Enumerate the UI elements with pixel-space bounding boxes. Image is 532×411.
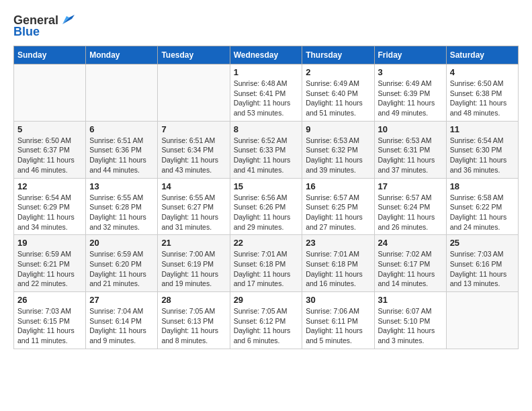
day-cell: 20Sunrise: 6:59 AMSunset: 6:20 PMDayligh… [86,235,158,292]
day-cell: 11Sunrise: 6:54 AMSunset: 6:30 PMDayligh… [446,121,518,178]
day-info: Sunrise: 6:50 AMSunset: 6:38 PMDaylight:… [450,79,515,118]
day-cell: 14Sunrise: 6:55 AMSunset: 6:27 PMDayligh… [158,178,230,235]
calendar-table: SundayMondayTuesdayWednesdayThursdayFrid… [13,46,519,349]
day-info: Sunrise: 6:55 AMSunset: 6:28 PMDaylight:… [89,193,154,232]
day-cell [446,292,518,349]
weekday-header-friday: Friday [374,46,446,64]
weekday-header-sunday: Sunday [14,46,86,64]
day-number: 17 [378,181,443,191]
day-number: 3 [378,67,443,77]
day-cell: 16Sunrise: 6:57 AMSunset: 6:25 PMDayligh… [302,178,374,235]
day-number: 2 [306,67,370,77]
day-cell: 23Sunrise: 7:01 AMSunset: 6:18 PMDayligh… [302,235,374,292]
day-info: Sunrise: 6:57 AMSunset: 6:25 PMDaylight:… [306,193,370,232]
day-cell: 4Sunrise: 6:50 AMSunset: 6:38 PMDaylight… [446,64,518,122]
day-cell: 9Sunrise: 6:53 AMSunset: 6:32 PMDaylight… [302,121,374,178]
day-cell: 24Sunrise: 7:02 AMSunset: 6:17 PMDayligh… [374,235,446,292]
week-row-5: 26Sunrise: 7:03 AMSunset: 6:15 PMDayligh… [14,292,519,349]
day-cell: 28Sunrise: 7:05 AMSunset: 6:13 PMDayligh… [158,292,230,349]
day-cell: 10Sunrise: 6:53 AMSunset: 6:31 PMDayligh… [374,121,446,178]
day-number: 13 [89,181,154,191]
day-number: 20 [89,238,154,248]
day-info: Sunrise: 7:06 AMSunset: 6:11 PMDaylight:… [306,306,370,346]
day-info: Sunrise: 6:59 AMSunset: 6:21 PMDaylight:… [17,249,82,289]
day-number: 7 [161,124,226,134]
day-info: Sunrise: 6:58 AMSunset: 6:22 PMDaylight:… [450,193,515,232]
day-info: Sunrise: 7:03 AMSunset: 6:16 PMDaylight:… [450,249,515,289]
day-number: 24 [378,238,443,248]
day-info: Sunrise: 7:02 AMSunset: 6:17 PMDaylight:… [378,249,443,289]
day-cell: 27Sunrise: 7:04 AMSunset: 6:14 PMDayligh… [86,292,158,349]
day-number: 27 [89,295,154,305]
day-number: 23 [306,238,370,248]
day-info: Sunrise: 6:53 AMSunset: 6:31 PMDaylight:… [378,136,443,175]
day-cell [86,64,158,122]
day-number: 1 [234,67,299,77]
day-number: 5 [17,124,82,134]
day-number: 25 [450,238,515,248]
day-cell: 25Sunrise: 7:03 AMSunset: 6:16 PMDayligh… [446,235,518,292]
day-number: 19 [17,238,82,248]
day-number: 28 [161,295,226,305]
day-info: Sunrise: 6:49 AMSunset: 6:40 PMDaylight:… [306,79,370,118]
day-cell: 30Sunrise: 7:06 AMSunset: 6:11 PMDayligh… [302,292,374,349]
day-info: Sunrise: 6:55 AMSunset: 6:27 PMDaylight:… [161,193,226,232]
day-cell: 1Sunrise: 6:48 AMSunset: 6:41 PMDaylight… [230,64,302,122]
day-number: 18 [450,181,515,191]
day-info: Sunrise: 6:48 AMSunset: 6:41 PMDaylight:… [234,79,299,118]
day-info: Sunrise: 6:53 AMSunset: 6:32 PMDaylight:… [306,136,370,175]
day-cell: 12Sunrise: 6:54 AMSunset: 6:29 PMDayligh… [14,178,86,235]
day-cell: 17Sunrise: 6:57 AMSunset: 6:24 PMDayligh… [374,178,446,235]
week-row-3: 12Sunrise: 6:54 AMSunset: 6:29 PMDayligh… [14,178,519,235]
day-info: Sunrise: 6:07 AMSunset: 5:10 PMDaylight:… [378,306,443,346]
day-number: 26 [17,295,82,305]
weekday-header-tuesday: Tuesday [158,46,230,64]
day-info: Sunrise: 7:04 AMSunset: 6:14 PMDaylight:… [89,306,154,346]
day-number: 14 [161,181,226,191]
day-info: Sunrise: 6:52 AMSunset: 6:33 PMDaylight:… [234,136,299,175]
day-info: Sunrise: 6:50 AMSunset: 6:37 PMDaylight:… [17,136,82,175]
weekday-header-wednesday: Wednesday [230,46,302,64]
day-info: Sunrise: 6:57 AMSunset: 6:24 PMDaylight:… [378,193,443,232]
day-number: 31 [378,295,443,305]
day-number: 6 [89,124,154,134]
weekday-header-monday: Monday [86,46,158,64]
day-number: 30 [306,295,370,305]
day-cell [158,64,230,122]
logo-icon [60,12,75,27]
day-info: Sunrise: 7:05 AMSunset: 6:12 PMDaylight:… [234,306,299,346]
day-cell: 5Sunrise: 6:50 AMSunset: 6:37 PMDaylight… [14,121,86,178]
day-number: 12 [17,181,82,191]
day-number: 29 [234,295,299,305]
weekday-header-saturday: Saturday [446,46,518,64]
day-info: Sunrise: 7:01 AMSunset: 6:18 PMDaylight:… [306,249,370,289]
day-info: Sunrise: 6:54 AMSunset: 6:30 PMDaylight:… [450,136,515,175]
day-number: 4 [450,67,515,77]
day-cell: 15Sunrise: 6:56 AMSunset: 6:26 PMDayligh… [230,178,302,235]
day-cell: 2Sunrise: 6:49 AMSunset: 6:40 PMDaylight… [302,64,374,122]
day-cell: 21Sunrise: 7:00 AMSunset: 6:19 PMDayligh… [158,235,230,292]
day-info: Sunrise: 7:00 AMSunset: 6:19 PMDaylight:… [161,249,226,289]
week-row-2: 5Sunrise: 6:50 AMSunset: 6:37 PMDaylight… [14,121,519,178]
day-number: 15 [234,181,299,191]
day-info: Sunrise: 7:03 AMSunset: 6:15 PMDaylight:… [17,306,82,346]
day-cell: 22Sunrise: 7:01 AMSunset: 6:18 PMDayligh… [230,235,302,292]
day-cell: 19Sunrise: 6:59 AMSunset: 6:21 PMDayligh… [14,235,86,292]
day-cell: 8Sunrise: 6:52 AMSunset: 6:33 PMDaylight… [230,121,302,178]
day-number: 21 [161,238,226,248]
day-info: Sunrise: 7:01 AMSunset: 6:18 PMDaylight:… [234,249,299,289]
day-cell: 29Sunrise: 7:05 AMSunset: 6:12 PMDayligh… [230,292,302,349]
week-row-4: 19Sunrise: 6:59 AMSunset: 6:21 PMDayligh… [14,235,519,292]
day-cell: 3Sunrise: 6:49 AMSunset: 6:39 PMDaylight… [374,64,446,122]
day-info: Sunrise: 6:54 AMSunset: 6:29 PMDaylight:… [17,193,82,232]
day-info: Sunrise: 6:49 AMSunset: 6:39 PMDaylight:… [378,79,443,118]
day-number: 9 [306,124,370,134]
day-cell [14,64,86,122]
day-number: 8 [234,124,299,134]
day-number: 11 [450,124,515,134]
page-header: General Blue [13,13,519,39]
day-info: Sunrise: 7:05 AMSunset: 6:13 PMDaylight:… [161,306,226,346]
day-cell: 31Sunrise: 6:07 AMSunset: 5:10 PMDayligh… [374,292,446,349]
day-info: Sunrise: 6:59 AMSunset: 6:20 PMDaylight:… [89,249,154,289]
week-row-1: 1Sunrise: 6:48 AMSunset: 6:41 PMDaylight… [14,64,519,122]
